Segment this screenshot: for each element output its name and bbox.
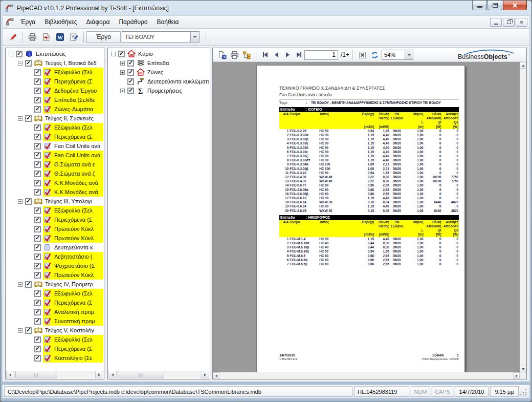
checkbox[interactable] (34, 226, 41, 232)
checkbox[interactable] (34, 171, 41, 177)
checkbox[interactable] (34, 290, 41, 297)
scroll-left-button[interactable] (108, 371, 117, 378)
menu-item[interactable]: Βιβλιοθήκες (40, 16, 81, 28)
checkbox[interactable] (34, 88, 41, 94)
scroll-right-button[interactable] (95, 371, 103, 378)
tree-item[interactable]: Εξώφυλλο (Σελ (7, 206, 103, 215)
titlebar[interactable]: PipeCAD v10.1.2 Professional by Ti-Soft … (1, 1, 531, 15)
tree-item[interactable]: −Τεύχος IV, Προμετρ (7, 280, 103, 289)
tree-item[interactable]: Πρωτεύον Κύκλ (7, 234, 103, 243)
text-editor-button[interactable] (67, 31, 81, 44)
tree-item[interactable]: Λεβητοστάσιο ( (7, 252, 103, 261)
refresh-button[interactable] (368, 49, 381, 60)
checkbox[interactable] (34, 263, 41, 269)
tree-item[interactable]: Ζώνες-Δωμάτια (7, 104, 103, 114)
tree-item[interactable]: Συνοπτική προμ (7, 316, 103, 326)
checkbox[interactable] (25, 281, 32, 288)
scroll-left-button[interactable] (213, 372, 219, 379)
checkbox[interactable] (34, 253, 41, 260)
mdi-restore-button[interactable] (503, 18, 515, 27)
collapse-icon[interactable]: − (18, 282, 23, 287)
tree-item[interactable]: Fan Coil Units ανά (7, 141, 103, 151)
menu-item[interactable]: Διάφορα (82, 16, 115, 28)
checkbox[interactable] (118, 51, 125, 57)
scroll-track[interactable] (117, 371, 201, 378)
maximize-button[interactable] (487, 1, 502, 10)
scroll-right-button[interactable] (513, 372, 520, 379)
checkbox[interactable] (34, 106, 41, 113)
tree-item[interactable]: Δευτερεύοντα κυκλώματα (109, 77, 209, 86)
tree-item[interactable]: Θ.Σώματα ανά ζ (7, 169, 103, 178)
export-pdf-button[interactable]: A (39, 31, 53, 44)
first-page-button[interactable] (259, 50, 271, 60)
checkbox[interactable] (34, 97, 41, 103)
tree-item[interactable]: +ΣΠρομετρήσεις (109, 86, 209, 95)
mdi-minimize-button[interactable] (490, 18, 502, 27)
edit-button[interactable] (6, 31, 20, 44)
checkbox[interactable] (34, 318, 41, 325)
menu-item[interactable]: Παράθυρο (114, 16, 152, 28)
project-combobox[interactable]: ΤΕΙ ΒΟΛΟΥ (122, 31, 199, 43)
tree-item[interactable]: Θ.Σώματα ανά ε (7, 160, 103, 169)
checkbox[interactable] (34, 346, 41, 352)
tree-item[interactable]: −Τεύχος ΙΙ, Συσκευές (7, 114, 103, 123)
preview-hscrollbar[interactable] (213, 372, 520, 379)
checkbox[interactable] (34, 78, 41, 85)
checkbox[interactable] (34, 309, 41, 315)
tree-item[interactable]: Εξώφυλλο (Σελ (7, 123, 103, 132)
tree-item[interactable]: −Τεύχος V, Κοστολόγ (7, 326, 103, 335)
zoom-combobox[interactable]: 54% (382, 50, 413, 60)
menu-item[interactable]: Έργα (16, 16, 40, 28)
reports-tree-hscrollbar[interactable] (6, 371, 103, 378)
checkbox[interactable] (25, 115, 32, 122)
tree-item[interactable]: +Επίπεδα (109, 58, 209, 68)
zoom-dropdown[interactable] (405, 50, 413, 59)
tree-item[interactable]: Κ.Κ.Μονάδες ανά (7, 187, 103, 197)
minimize-button[interactable] (472, 1, 487, 10)
checkbox[interactable] (34, 207, 41, 214)
collapse-icon[interactable]: − (18, 328, 23, 333)
collapse-icon[interactable]: − (18, 61, 23, 66)
checkbox[interactable] (34, 124, 41, 131)
resize-grip[interactable] (520, 389, 528, 397)
checkbox[interactable] (127, 60, 134, 67)
mdi-close-button[interactable]: × (516, 18, 527, 27)
scroll-thumb[interactable] (15, 371, 57, 378)
expand-icon[interactable]: + (120, 70, 125, 75)
checkbox[interactable] (34, 355, 41, 362)
tree-item[interactable]: Κ.Κ.Μονάδες ανά (7, 178, 103, 187)
scroll-down-button[interactable] (520, 366, 526, 372)
next-page-button[interactable] (282, 50, 293, 60)
scroll-up-button[interactable] (520, 62, 526, 69)
tree-item[interactable]: +Ζώνες (109, 68, 209, 77)
tree-item[interactable]: Περιεχόμενα (Σ (7, 298, 103, 307)
tree-item[interactable]: Εξώφυλλο (Σελ (7, 289, 103, 298)
tree-item[interactable]: Περιεχόμενα (Σ (7, 215, 103, 224)
print-report-button[interactable] (228, 49, 240, 60)
checkbox[interactable] (34, 272, 41, 279)
checkbox[interactable] (34, 189, 41, 196)
scroll-right-button[interactable] (201, 371, 209, 378)
toggle-group-tree-button[interactable] (240, 49, 253, 60)
expand-icon[interactable]: + (120, 61, 125, 66)
checkbox[interactable] (127, 78, 134, 85)
tree-item[interactable]: −Τεύχος Ι, Βασικά δεδ (7, 58, 103, 68)
tree-item[interactable]: Εξώφυλλο (Σελ (7, 68, 103, 77)
export-report-button[interactable] (216, 49, 228, 60)
expand-icon[interactable]: + (120, 89, 125, 93)
tree-item[interactable]: Πρωτεύον Κύκλ (7, 224, 103, 234)
last-page-button[interactable] (293, 50, 304, 60)
tree-item[interactable]: −Εκτυπώσεις (7, 49, 103, 58)
tree-item[interactable]: Ψυχροστάσιο (Σ (7, 261, 103, 270)
checkbox[interactable] (25, 198, 32, 205)
checkbox[interactable] (34, 143, 41, 150)
tree-item[interactable]: Περιεχόμενα (Σ (7, 77, 103, 86)
scroll-track[interactable] (14, 371, 95, 378)
page-number-input[interactable] (304, 50, 338, 60)
tree-item[interactable]: −Κτίριο (109, 49, 209, 58)
checkbox[interactable] (127, 88, 134, 94)
tree-item[interactable]: Περιεχόμενα (Σ (7, 344, 103, 353)
tree-item[interactable]: Εξώφυλλο (Σελ (7, 335, 103, 344)
collapse-icon[interactable]: − (9, 52, 13, 56)
checkbox[interactable] (34, 161, 41, 168)
